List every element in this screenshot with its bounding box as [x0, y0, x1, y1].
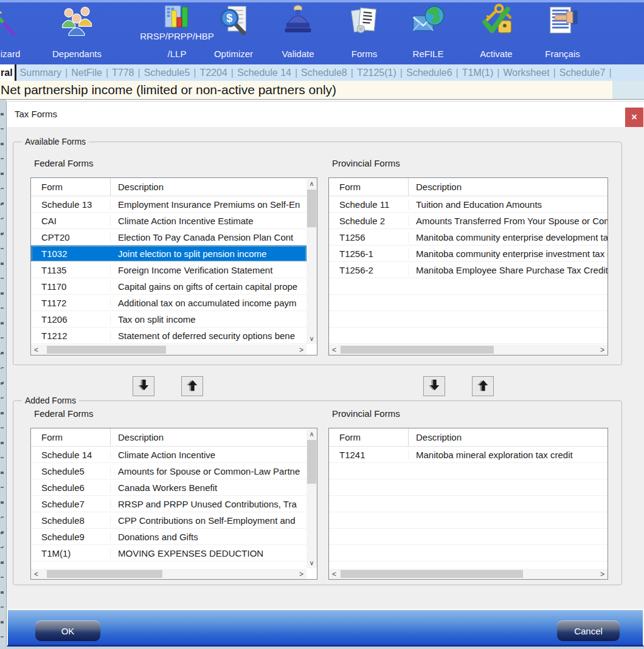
toolbar-item-activate[interactable]: Activate — [472, 0, 521, 64]
table-row[interactable]: T1256-2Manitoba Employee Share Purchase … — [329, 262, 608, 278]
scroll-down-icon[interactable]: ∨ — [306, 334, 317, 344]
scroll-right-icon[interactable]: > — [597, 345, 608, 355]
cell-description: Amounts for Spouse or Common-Law Partne — [110, 466, 306, 476]
horizontal-scrollbar[interactable]: < > — [31, 345, 306, 355]
table-row-empty — [329, 328, 608, 344]
toolbar-item-francais[interactable]: Français — [538, 0, 587, 64]
toolbar-item-refile[interactable]: ReFILE — [404, 0, 452, 64]
toolbar-item-wizard[interactable]: izard — [0, 0, 29, 64]
table-row[interactable]: Schedule6Canada Workers Benefit — [31, 479, 306, 496]
table-row[interactable]: CAIClimate Action Incentive Estimate — [31, 213, 306, 229]
toolbar-item-rrsp[interactable]: RRSP/PRPP/HBP /LLP — [140, 0, 214, 64]
tab-t2125-1-[interactable]: T2125(1) — [357, 67, 396, 78]
scroll-right-icon[interactable]: > — [597, 569, 608, 579]
table-row[interactable]: T1135Foreign Income Verification Stateme… — [31, 262, 306, 278]
scroll-up-icon[interactable]: ∧ — [306, 179, 317, 189]
scroll-left-icon[interactable]: < — [31, 345, 41, 355]
column-header-form[interactable]: Form — [329, 432, 408, 442]
column-header-description[interactable]: Description — [408, 428, 608, 446]
toolbar-item-forms[interactable]: Forms — [340, 0, 389, 64]
scrollbar-thumb[interactable] — [47, 346, 166, 354]
column-header-form[interactable]: Form — [31, 182, 110, 192]
tab-t1m-1-[interactable]: T1M(1) — [462, 67, 494, 78]
scrollbar-thumb[interactable] — [307, 190, 316, 227]
tab-t2204[interactable]: T2204 — [199, 67, 227, 78]
table-row[interactable]: T1M(1)MOVING EXPENSES DEDUCTION — [31, 545, 306, 561]
table-row[interactable]: Schedule 11Tuition and Education Amounts — [329, 196, 608, 213]
dependants-icon — [60, 4, 94, 40]
column-header-form[interactable]: Form — [31, 432, 110, 442]
table-row[interactable]: T1256-1Manitoba community enterprise inv… — [329, 246, 608, 262]
close-icon: × — [631, 112, 637, 123]
scrollbar-thumb[interactable] — [341, 346, 494, 354]
ok-button[interactable]: OK — [35, 620, 100, 641]
list-header[interactable]: Form Description — [31, 428, 317, 447]
table-row[interactable]: Schedule5Amounts for Spouse or Common-La… — [31, 463, 306, 479]
toolbar-item-validate[interactable]: Validate — [274, 0, 322, 64]
table-row[interactable]: T1206Tax on split income — [31, 311, 306, 328]
tab-schedule7[interactable]: Schedule7 — [559, 67, 606, 78]
scroll-left-icon[interactable]: < — [329, 569, 339, 579]
scrollbar-thumb[interactable] — [47, 570, 162, 578]
scrollbar-thumb[interactable] — [307, 440, 316, 484]
table-row[interactable]: T1256Manitoba community enterprise devel… — [329, 229, 608, 246]
column-header-form[interactable]: Form — [329, 182, 408, 192]
scroll-left-icon[interactable]: < — [31, 569, 41, 579]
wizard-icon — [0, 4, 18, 39]
scrollbar-thumb[interactable] — [341, 570, 523, 578]
scroll-up-icon[interactable]: ∧ — [306, 429, 317, 439]
close-button[interactable]: × — [625, 108, 643, 127]
dialog-titlebar: Tax Forms × — [7, 101, 644, 127]
tab-schedule6[interactable]: Schedule6 — [406, 67, 452, 78]
move-down-provincial-button[interactable] — [423, 376, 445, 396]
tab-summary[interactable]: Summary — [20, 67, 61, 78]
table-row[interactable]: T1170Capital gains on gifts of certain c… — [31, 278, 306, 295]
scroll-right-icon[interactable]: > — [296, 345, 306, 355]
scroll-down-icon[interactable]: ∨ — [306, 558, 317, 568]
table-row[interactable]: CPT20Election To Pay Canada Pension Plan… — [31, 229, 306, 246]
cell-form: Schedule6 — [31, 482, 110, 493]
table-row[interactable]: Schedule 13Employment Insurance Premiums… — [31, 196, 306, 213]
cell-form: Schedule8 — [31, 515, 110, 526]
horizontal-scrollbar[interactable]: < > — [31, 569, 306, 579]
list-header[interactable]: Form Description — [329, 178, 608, 196]
tab-separator: | — [400, 67, 403, 78]
column-header-description[interactable]: Description — [110, 428, 317, 446]
tab-schedule8[interactable]: Schedule8 — [301, 67, 347, 78]
cancel-button[interactable]: Cancel — [557, 620, 620, 641]
toolbar-item-dependants[interactable]: Dependants — [52, 0, 101, 64]
column-header-description[interactable]: Description — [408, 178, 608, 196]
move-down-federal-button[interactable] — [133, 376, 154, 396]
list-header[interactable]: Form Description — [31, 178, 317, 196]
horizontal-scrollbar[interactable]: < > — [329, 345, 608, 355]
table-row[interactable]: T1172Additional tax on accumulated incom… — [31, 295, 306, 311]
table-row[interactable]: Schedule7RRSP and PRPP Unused Contributi… — [31, 496, 306, 512]
scroll-right-icon[interactable]: > — [296, 569, 306, 579]
table-row[interactable]: T1241Manitoba mineral exploration tax cr… — [329, 447, 608, 463]
tab-netfile[interactable]: NetFile — [71, 67, 102, 78]
tab-schedule5[interactable]: Schedule5 — [144, 67, 190, 78]
horizontal-scrollbar[interactable]: < > — [329, 569, 608, 579]
tab-t778[interactable]: T778 — [112, 67, 134, 78]
tab-active[interactable]: ral — [0, 64, 16, 81]
tab-schedule-14[interactable]: Schedule 14 — [237, 67, 291, 78]
dialog-button-bar: OK Cancel — [7, 609, 644, 647]
list-header[interactable]: Form Description — [329, 428, 608, 447]
move-up-provincial-button[interactable] — [472, 376, 494, 396]
scroll-left-icon[interactable]: < — [329, 345, 339, 355]
table-row[interactable]: Schedule 14Climate Action Incentive — [31, 447, 306, 463]
toolbar-item-optimizer[interactable]: $ Optimizer — [209, 0, 258, 64]
table-row[interactable]: Schedule 2Amounts Transferred From Your … — [329, 213, 608, 229]
vertical-scrollbar[interactable]: ∧ ∨ — [306, 429, 317, 568]
cell-form: Schedule 2 — [329, 216, 408, 226]
column-header-description[interactable]: Description — [110, 178, 317, 196]
table-row[interactable]: T1032Joint election to split pension inc… — [31, 246, 306, 262]
tab-worksheet[interactable]: Worksheet — [503, 67, 549, 78]
move-up-federal-button[interactable] — [181, 376, 203, 396]
table-row[interactable]: Schedule8CPP Contributions on Self-Emplo… — [31, 512, 306, 529]
vertical-scrollbar[interactable]: ∧ ∨ — [306, 179, 317, 344]
table-row[interactable]: T1212Statement of deferred security opti… — [31, 328, 306, 344]
table-row[interactable]: Schedule9Donations and Gifts — [31, 529, 306, 545]
table-row-empty — [329, 278, 608, 295]
toolbar-item-label: Activate — [472, 49, 521, 59]
